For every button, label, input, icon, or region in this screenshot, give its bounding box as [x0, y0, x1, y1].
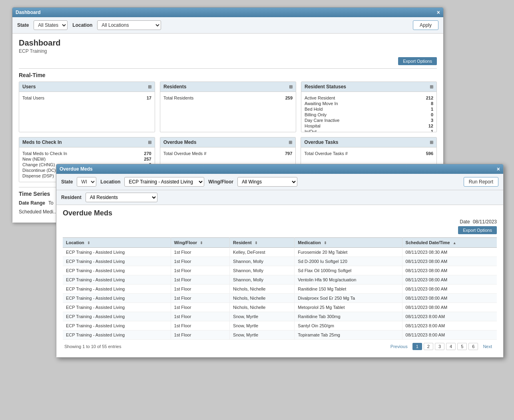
- overdue-tasks-filter-icon[interactable]: ⊞: [430, 140, 433, 145]
- modal-close-icon[interactable]: ×: [497, 166, 500, 172]
- previous-button[interactable]: Previous: [387, 343, 411, 350]
- modal-location-select[interactable]: ECP Training - Assisted Living: [124, 177, 204, 187]
- section-divider-1: [19, 68, 437, 69]
- cell-medication: Divalproex Sod Er 250 Mg Ta: [295, 294, 402, 303]
- status-daycare-row: Day Care Inactive 3: [305, 117, 433, 123]
- status-hospital-value: 12: [428, 123, 433, 128]
- page-5-button[interactable]: 5: [457, 343, 467, 350]
- cell-scheduled: 08/11/2023 8:00 AM: [402, 321, 497, 330]
- cell-scheduled: 08/11/2023 08:00 AM: [402, 303, 497, 312]
- apply-button[interactable]: Apply: [413, 20, 438, 30]
- residents-filter-icon[interactable]: ⊞: [289, 84, 293, 90]
- resident-sort-icon[interactable]: ⇕: [255, 241, 258, 245]
- modal-resident-label: Resident: [61, 195, 82, 200]
- cell-scheduled: 08/11/2023 08:00 AM: [402, 285, 497, 294]
- meds-checkin-filter-icon[interactable]: ⊞: [148, 140, 151, 145]
- dashboard-main-title: Dashboard: [19, 38, 437, 48]
- meds-checkin-title: Meds to Check In: [22, 139, 62, 145]
- residents-total-row: Total Residents 259: [163, 95, 293, 101]
- scheduled-meds-text: Scheduled Medi...: [19, 209, 57, 215]
- meds-new-value: 257: [144, 157, 151, 161]
- realtime-section-title: Real-Time: [19, 72, 437, 78]
- export-options-bar: Export Options: [19, 57, 437, 65]
- medication-sort-icon[interactable]: ⇕: [324, 241, 327, 245]
- table-row: ECP Training - Assisted Living 1st Floor…: [63, 248, 497, 257]
- modal-wing-select[interactable]: All Wings: [237, 177, 297, 187]
- residents-card: Residents ⊞ Total Residents 259: [160, 82, 296, 132]
- overdue-meds-title: Overdue Meds: [163, 139, 197, 145]
- cell-wing: 1st Floor: [171, 257, 230, 266]
- table-row: ECP Training - Assisted Living 1st Floor…: [63, 321, 497, 330]
- status-hospital-row: Hospital 12: [305, 123, 433, 129]
- cell-scheduled: 08/11/2023 8:00 AM: [402, 312, 497, 321]
- status-active-row: Active Resident 212: [305, 95, 433, 101]
- residents-card-title: Residents: [163, 84, 186, 90]
- cell-wing: 1st Floor: [171, 275, 230, 285]
- scheduled-sort-icon[interactable]: ▲: [453, 241, 456, 245]
- state-label: State: [17, 22, 29, 28]
- modal-date-line: Date 08/11/2023: [63, 219, 497, 225]
- page-4-button[interactable]: 4: [446, 343, 456, 350]
- users-total-row: Total Users 17: [22, 95, 151, 101]
- status-inout-row: In/Out 1: [305, 129, 433, 132]
- dashboard-close-icon[interactable]: ×: [437, 10, 440, 15]
- cell-scheduled: 08/11/2023 08:00 AM: [402, 275, 497, 285]
- status-awaiting-label: Awaiting Move In: [305, 101, 338, 106]
- table-row: ECP Training - Assisted Living 1st Floor…: [63, 285, 497, 294]
- wing-sort-icon[interactable]: ⇕: [200, 241, 203, 245]
- modal-state-select[interactable]: WI: [77, 177, 96, 187]
- location-select[interactable]: All Locations: [97, 20, 161, 30]
- modal-wing-label: Wing/Floor: [208, 179, 233, 185]
- users-card-title: Users: [22, 84, 36, 90]
- cell-medication: Topiramate Tab 25mg: [295, 330, 402, 340]
- overdue-tasks-title: Overdue Tasks: [304, 139, 338, 145]
- location-sort-icon[interactable]: ⇕: [87, 241, 90, 245]
- cell-resident: Snow, Myrtle: [230, 312, 295, 321]
- page-1-button[interactable]: 1: [412, 343, 422, 350]
- export-options-button[interactable]: Export Options: [398, 57, 437, 65]
- users-filter-icon[interactable]: ⊞: [148, 84, 151, 90]
- residents-total-value: 259: [285, 96, 293, 100]
- dashboard-subtitle: ECP Training: [19, 48, 437, 54]
- next-button[interactable]: Next: [480, 343, 495, 350]
- status-daycare-value: 3: [431, 118, 433, 123]
- modal-resident-select[interactable]: All Residents: [86, 193, 157, 202]
- users-card: Users ⊞ Total Users 17: [19, 82, 155, 132]
- cell-scheduled: 08/11/2023 08:00 AM: [402, 266, 497, 275]
- modal-location-label: Location: [100, 179, 120, 185]
- cell-resident: Shannon, Molly: [230, 266, 295, 275]
- page-6-button[interactable]: 6: [468, 343, 478, 350]
- overdue-meds-modal: Overdue Meds × State WI Location ECP Tra…: [56, 164, 504, 358]
- modal-report-title: Overdue Meds: [63, 209, 497, 217]
- table-row: ECP Training - Assisted Living 1st Floor…: [63, 257, 497, 266]
- date-range-value: To: [48, 200, 54, 206]
- dashboard-window-title: Dashboard: [16, 10, 41, 15]
- cell-resident: Snow, Myrtle: [230, 321, 295, 330]
- modal-export-button[interactable]: Export Options: [458, 226, 497, 234]
- cell-wing: 1st Floor: [171, 312, 230, 321]
- col-location: Location ⇕: [63, 238, 171, 248]
- cell-location: ECP Training - Assisted Living: [63, 330, 171, 340]
- location-label: Location: [72, 22, 92, 28]
- meds-total-label: Total Meds to Check In: [22, 151, 67, 156]
- modal-body: Overdue Meds Date 08/11/2023 Export Opti…: [56, 205, 503, 357]
- status-daycare-label: Day Care Inactive: [305, 118, 339, 123]
- overdue-meds-filter-icon[interactable]: ⊞: [289, 140, 292, 145]
- table-row: ECP Training - Assisted Living 1st Floor…: [63, 266, 497, 275]
- cell-medication: Ventolin Hfa 90 Mcg/actuation: [295, 275, 402, 285]
- cell-medication: Metoprolol 25 Mg Tablet: [295, 303, 402, 312]
- resident-statuses-filter-icon[interactable]: ⊞: [430, 84, 433, 90]
- cell-medication: Sd Flax Oil 1000mg Softgel: [295, 266, 402, 275]
- run-report-button[interactable]: Run Report: [464, 177, 498, 187]
- col-wing: Wing/Floor ⇕: [171, 238, 230, 248]
- cell-medication: Sd D-2000 Iu Softgel 120: [295, 257, 402, 266]
- cell-location: ECP Training - Assisted Living: [63, 303, 171, 312]
- modal-state-label: State: [61, 179, 73, 185]
- cell-scheduled: 08/11/2023 8:00 AM: [402, 330, 497, 340]
- cell-location: ECP Training - Assisted Living: [63, 248, 171, 257]
- state-select[interactable]: All States: [34, 20, 68, 30]
- cell-location: ECP Training - Assisted Living: [63, 275, 171, 285]
- page-2-button[interactable]: 2: [424, 343, 433, 350]
- page-3-button[interactable]: 3: [435, 343, 444, 350]
- cell-resident: Snow, Myrtle: [230, 330, 295, 340]
